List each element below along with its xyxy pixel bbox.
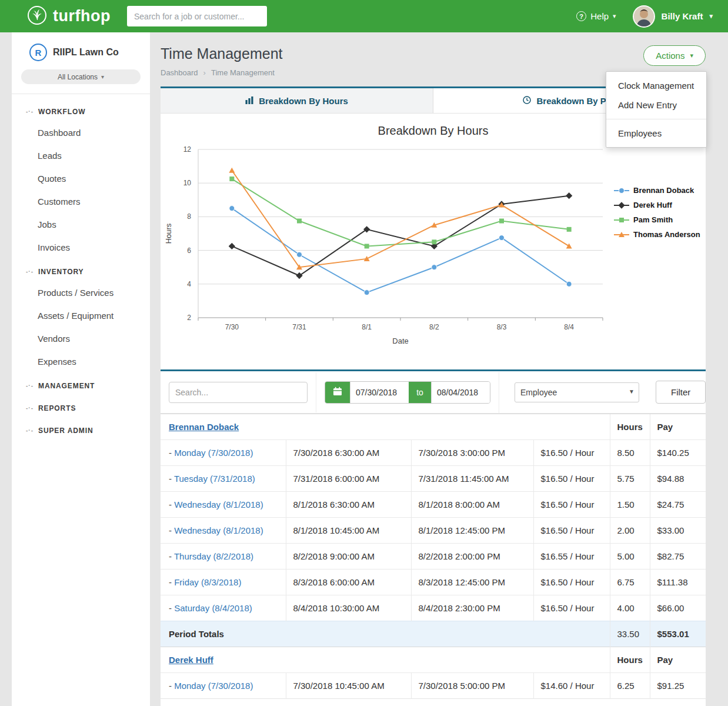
tab-label: Breakdown By Hours (259, 96, 348, 106)
sidebar-section-header[interactable]: -·-INVENTORY (12, 259, 150, 281)
menu-item[interactable]: Employees (606, 124, 706, 143)
collapse-icon: -·- (26, 383, 34, 389)
pay-cell: $91.25 (650, 673, 706, 699)
clock-in-cell: 7/30/2018 10:45:00 AM (286, 673, 411, 699)
menu-item[interactable]: Add New Entry (606, 95, 706, 115)
sidebar-section-header[interactable]: -·-MANAGEMENT (12, 373, 150, 395)
locations-dropdown[interactable]: All Locations ▾ (21, 69, 141, 84)
user-avatar (633, 5, 655, 28)
clock-in-cell: 8/4/2018 10:30:00 AM (286, 595, 411, 621)
legend-marker-icon (613, 187, 630, 194)
time-entry-row: - Tuesday (7/31/2018)7/31/2018 6:00:00 A… (161, 466, 706, 492)
day-prefix: - (169, 474, 174, 484)
sidebar-item[interactable]: Products / Services (12, 281, 150, 304)
help-icon: ? (576, 11, 586, 21)
filter-button[interactable]: Filter (656, 381, 706, 404)
hours-cell: 2.00 (610, 518, 650, 544)
pay-cell: $24.75 (650, 492, 706, 518)
tab-breakdown-by-hours[interactable]: Breakdown By Hours (161, 88, 433, 113)
company-avatar: R (29, 44, 47, 61)
svg-text:12: 12 (183, 145, 192, 154)
total-pay-cell: $553.01 (650, 621, 706, 647)
calendar-button[interactable] (325, 382, 350, 403)
sidebar-section-header[interactable]: -·-WORKFLOW (12, 99, 150, 121)
sidebar-item[interactable]: Invoices (12, 236, 150, 259)
time-entry-row: - Wednesday (8/1/2018)8/1/2018 6:30:00 A… (161, 492, 706, 518)
sidebar-item[interactable]: Expenses (12, 350, 150, 373)
legend-item[interactable]: Thomas Anderson (613, 230, 700, 239)
sidebar-item[interactable]: Vendors (12, 327, 150, 350)
chevron-down-icon: ▾ (690, 52, 693, 59)
date-to-input[interactable] (431, 382, 490, 403)
legend-item[interactable]: Derek Huff (613, 201, 700, 209)
brand-logo[interactable]: turfhop (27, 5, 111, 28)
sidebar-section-header[interactable]: -·-REPORTS (12, 395, 150, 418)
help-menu[interactable]: ? Help ▾ (576, 11, 616, 21)
day-link[interactable]: Saturday (8/4/2018) (174, 603, 252, 613)
user-menu[interactable]: Billy Kraft ▾ (633, 5, 713, 28)
clock-in-cell: 8/3/2018 6:00:00 AM (286, 570, 411, 595)
day-link[interactable]: Monday (7/30/2018) (174, 448, 253, 458)
clock-out-cell: 8/4/2018 2:30:00 PM (411, 595, 533, 621)
legend-marker-icon (613, 217, 630, 224)
pay-column-header: Pay (650, 647, 706, 673)
hours-cell: 5.00 (610, 544, 650, 570)
sidebar-item[interactable]: Dashboard (12, 121, 150, 144)
pay-cell: $140.25 (650, 440, 706, 466)
sidebar-item[interactable]: Customers (12, 190, 150, 213)
time-entry-row: - Monday (7/30/2018)7/30/2018 6:30:00 AM… (161, 440, 706, 466)
collapse-icon: -·- (26, 269, 34, 275)
day-link[interactable]: Thursday (8/2/2018) (174, 551, 253, 561)
employee-filter-select[interactable]: Employee (515, 382, 639, 402)
help-label: Help (590, 11, 609, 21)
clock-out-cell: 7/30/2018 5:00:00 PM (411, 673, 533, 699)
chevron-down-icon: ▾ (709, 12, 713, 20)
sidebar-item[interactable]: Jobs (12, 213, 150, 236)
actions-button[interactable]: Actions ▾ (643, 45, 706, 66)
time-entry-row: - Wednesday (8/1/2018)8/1/2018 10:45:00 … (161, 518, 706, 544)
legend-item[interactable]: Brennan Doback (613, 186, 700, 195)
total-hours-cell: 33.50 (610, 621, 650, 647)
legend-item[interactable]: Pam Smith (613, 215, 700, 224)
employee-name-link[interactable]: Derek Huff (169, 655, 213, 665)
company-switcher[interactable]: R RIIPL Lawn Co (21, 44, 141, 61)
sidebar-item[interactable]: Assets / Equipment (12, 304, 150, 327)
chevron-right-icon: › (203, 68, 206, 77)
global-search-input[interactable] (127, 6, 267, 26)
breadcrumb-dashboard[interactable]: Dashboard (161, 68, 198, 77)
day-link[interactable]: Monday (7/30/2018) (174, 681, 253, 691)
svg-text:8/1: 8/1 (362, 323, 372, 331)
sidebar-item[interactable]: Leads (12, 144, 150, 167)
time-entry-row: - Friday (8/3/2018)8/3/2018 6:00:00 AM8/… (161, 570, 706, 595)
tab-label: Breakdown By Pay (536, 96, 616, 106)
svg-text:7/31: 7/31 (292, 323, 306, 331)
day-link[interactable]: Friday (8/3/2018) (174, 577, 241, 587)
pay-cell: $94.88 (650, 466, 706, 492)
page-title: Time Management (161, 45, 706, 62)
table-panel: to Employee ▼ Filter (161, 369, 706, 706)
rate-cell: $16.50 / Hour (533, 492, 610, 518)
svg-text:6: 6 (187, 247, 191, 255)
menu-item[interactable]: Clock Management (606, 76, 706, 95)
legend-marker-icon (613, 231, 630, 238)
clock-out-cell: 8/3/2018 12:45:00 PM (411, 570, 533, 595)
sidebar-section-header[interactable]: -·-SUPER ADMIN (12, 418, 150, 440)
chevron-down-icon: ▾ (101, 74, 104, 80)
rate-cell: $16.50 / Hour (533, 440, 610, 466)
legend-label: Pam Smith (633, 215, 673, 224)
day-link[interactable]: Tuesday (7/31/2018) (174, 474, 255, 484)
date-from-input[interactable] (350, 382, 409, 403)
employee-name-link[interactable]: Brennan Doback (169, 422, 239, 432)
filter-bar: to Employee ▼ Filter (161, 371, 706, 414)
svg-text:10: 10 (183, 179, 192, 187)
day-link[interactable]: Wednesday (8/1/2018) (174, 525, 263, 535)
clock-in-cell: 8/2/2018 9:00:00 AM (286, 544, 411, 570)
sidebar-item[interactable]: Quotes (12, 167, 150, 190)
rate-cell: $16.50 / Hour (533, 595, 610, 621)
locations-label: All Locations (58, 73, 98, 81)
period-totals-row: Period Totals33.50$553.01 (161, 621, 706, 647)
table-search-input[interactable] (169, 382, 308, 403)
pay-column-header: Pay (650, 414, 706, 440)
hours-line-chart: 246810127/307/318/18/28/38/4DateHours (161, 140, 613, 355)
day-link[interactable]: Wednesday (8/1/2018) (174, 499, 263, 509)
